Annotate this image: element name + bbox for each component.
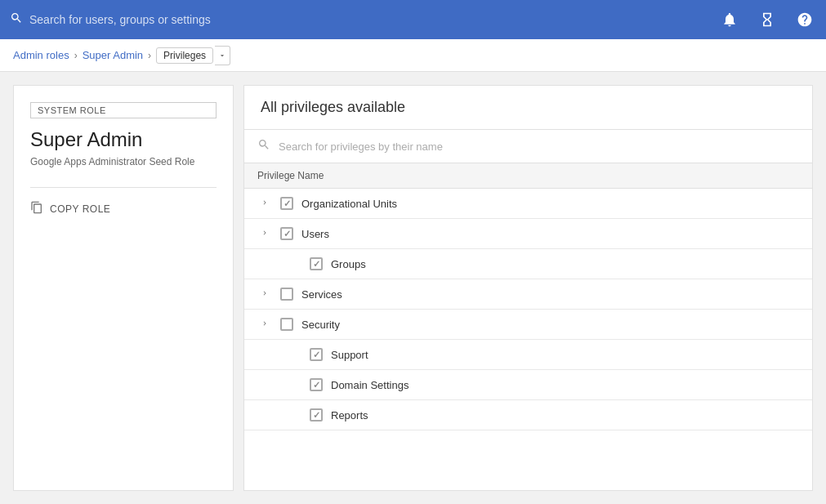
breadcrumb-privileges-pill: Privileges [156, 47, 213, 64]
search-input[interactable] [29, 13, 516, 26]
copy-role-label: COPY ROLE [50, 203, 110, 215]
privilege-name: Reports [331, 409, 368, 421]
role-description: Google Apps Administrator Seed Role [30, 156, 217, 167]
breadcrumb-sep-2: › [148, 50, 151, 61]
search-priv-icon [257, 138, 270, 154]
breadcrumb-sep-1: › [74, 50, 78, 61]
search-privileges-input[interactable] [279, 140, 799, 153]
main-layout: SYSTEM ROLE Super Admin Google Apps Admi… [0, 72, 826, 504]
privilege-checkbox[interactable]: ✓ [280, 197, 293, 210]
privilege-cell: ✓Users [257, 227, 799, 240]
breadcrumb: Admin roles › Super Admin › Privileges [0, 39, 826, 72]
search-icon [10, 11, 23, 28]
topbar-icons [718, 8, 816, 31]
table-row: Security [244, 310, 812, 340]
privilege-checkbox[interactable]: ✓ [310, 348, 323, 361]
search-bar[interactable] [10, 11, 516, 28]
checkmark-icon: ✓ [313, 410, 320, 421]
expand-button[interactable] [257, 197, 272, 210]
privilege-cell: ✓Reports [287, 408, 799, 421]
privilege-cell: ✓Domain Settings [287, 378, 799, 391]
copy-icon [30, 201, 43, 217]
privilege-checkbox[interactable]: ✓ [310, 257, 323, 270]
privilege-cell: ✓Support [287, 348, 799, 361]
table-row: ✓Support [244, 340, 812, 370]
privileges-table-head: Privilege Name [244, 163, 812, 189]
expand-button[interactable] [257, 288, 272, 301]
expand-button[interactable] [257, 227, 272, 240]
role-title: Super Admin [30, 128, 217, 151]
system-role-badge: SYSTEM ROLE [30, 102, 217, 118]
table-row: ✓Organizational Units [244, 189, 812, 219]
privilege-checkbox[interactable] [280, 288, 293, 301]
table-row: ✓Reports [244, 400, 812, 430]
table-row: ✓Users [244, 219, 812, 249]
privilege-cell: Services [257, 288, 799, 301]
hourglass-icon[interactable] [756, 8, 779, 31]
table-row: Services [244, 279, 812, 310]
privileges-table-body: ✓Organizational Units✓Users✓GroupsServic… [244, 189, 812, 430]
breadcrumb-super-admin[interactable]: Super Admin [83, 49, 143, 61]
copy-role-button[interactable]: COPY ROLE [30, 198, 217, 221]
privilege-name: Services [301, 288, 342, 301]
privilege-name: Groups [331, 258, 366, 270]
privilege-name: Users [301, 228, 329, 240]
privilege-name-column: Privilege Name [244, 163, 812, 189]
right-panel: All privileges available Privilege Name … [243, 85, 813, 491]
privilege-checkbox[interactable]: ✓ [280, 227, 293, 240]
privilege-checkbox[interactable] [280, 318, 293, 331]
privileges-table: Privilege Name ✓Organizational Units✓Use… [244, 163, 812, 430]
privilege-cell: ✓Groups [287, 257, 799, 270]
privilege-cell: ✓Organizational Units [257, 197, 799, 210]
breadcrumb-active: Privileges [156, 46, 230, 65]
divider [30, 187, 217, 188]
privilege-name: Support [331, 349, 368, 361]
checkmark-icon: ✓ [313, 350, 320, 360]
checkmark-icon: ✓ [284, 198, 291, 209]
breadcrumb-admin-roles[interactable]: Admin roles [13, 49, 69, 61]
privilege-name: Organizational Units [301, 198, 397, 210]
help-icon[interactable] [793, 8, 816, 31]
privilege-cell: Security [257, 318, 799, 331]
expand-button[interactable] [257, 318, 272, 331]
checkmark-icon: ✓ [313, 259, 320, 270]
privilege-name: Domain Settings [331, 379, 409, 391]
table-row: ✓Groups [244, 249, 812, 279]
panel-header: All privileges available [244, 86, 812, 130]
privilege-checkbox[interactable]: ✓ [310, 378, 323, 391]
topbar [0, 0, 826, 39]
checkmark-icon: ✓ [284, 229, 291, 239]
privilege-name: Security [301, 319, 340, 331]
left-panel: SYSTEM ROLE Super Admin Google Apps Admi… [13, 85, 234, 491]
checkmark-icon: ✓ [313, 380, 320, 390]
table-row: ✓Domain Settings [244, 370, 812, 400]
notifications-icon[interactable] [718, 8, 741, 31]
privilege-checkbox[interactable]: ✓ [310, 408, 323, 421]
breadcrumb-dropdown[interactable] [215, 46, 230, 65]
search-privileges-bar[interactable] [244, 130, 812, 163]
